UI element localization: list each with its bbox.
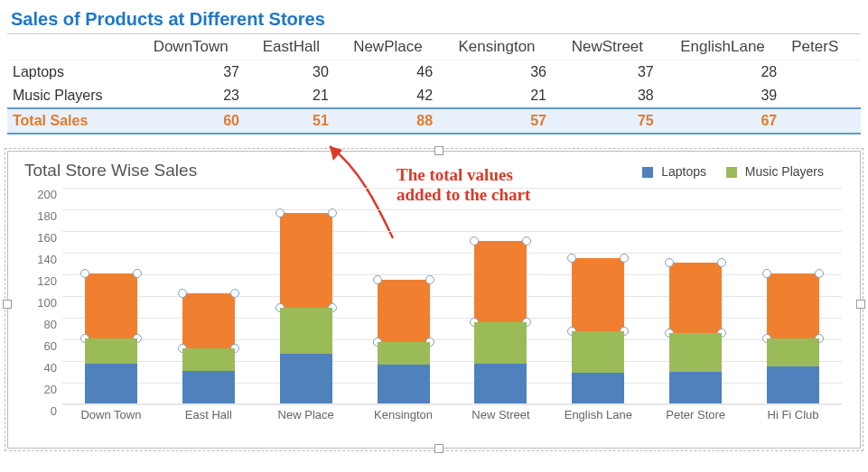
resize-handle-icon[interactable]	[3, 300, 12, 309]
cell[interactable]: 37	[135, 60, 247, 85]
chart-legend[interactable]: Laptops Music Players	[626, 164, 824, 179]
y-tick-label: 60	[44, 339, 57, 353]
resize-handle-icon[interactable]	[434, 444, 443, 453]
cell[interactable]: 21	[440, 84, 554, 108]
y-tick-label: 40	[44, 361, 57, 375]
cell[interactable]: 37	[554, 60, 661, 85]
selection-handle-icon[interactable]	[470, 236, 479, 245]
plot-area[interactable]: 020406080100120140160180200	[62, 188, 842, 404]
y-tick-label: 160	[37, 231, 57, 245]
bar-segment-total[interactable]	[378, 280, 430, 341]
bar-segment-laptops[interactable]	[669, 372, 722, 403]
selection-handle-icon[interactable]	[178, 289, 187, 298]
cell[interactable]: 67	[661, 108, 785, 134]
col-downtown: DownTown	[135, 34, 247, 60]
cell[interactable]	[784, 60, 861, 85]
x-tick-label: New Place	[263, 408, 349, 421]
bar-column[interactable]	[165, 188, 251, 403]
y-tick-label: 0	[51, 404, 57, 418]
cell[interactable]: 36	[440, 60, 554, 85]
cell[interactable]: 75	[554, 108, 661, 134]
col-blank	[7, 34, 135, 60]
cell[interactable]: 57	[440, 108, 554, 134]
cell[interactable]: 38	[554, 84, 661, 108]
bar-column[interactable]	[360, 188, 446, 403]
bar-segment-total[interactable]	[85, 273, 137, 338]
selection-handle-icon[interactable]	[522, 236, 531, 245]
selection-handle-icon[interactable]	[275, 208, 285, 217]
bar-segment-music[interactable]	[767, 338, 819, 366]
selection-handle-icon[interactable]	[373, 275, 382, 284]
y-tick-label: 120	[37, 274, 57, 288]
selection-handle-icon[interactable]	[620, 254, 629, 263]
selection-handle-icon[interactable]	[762, 269, 771, 278]
bar-segment-music[interactable]	[85, 338, 137, 364]
selection-handle-icon[interactable]	[133, 269, 142, 278]
col-newstreet: NewStreet	[554, 34, 661, 60]
resize-handle-icon[interactable]	[434, 146, 443, 155]
bar-segment-laptops[interactable]	[474, 364, 527, 403]
col-easthall: EastHall	[247, 34, 336, 60]
bar-segment-total[interactable]	[280, 213, 332, 309]
bar-segment-music[interactable]	[572, 331, 624, 374]
cell[interactable]: 60	[135, 108, 247, 134]
bar-segment-total[interactable]	[182, 293, 235, 348]
cell[interactable]: 46	[336, 60, 440, 85]
bar-column[interactable]	[751, 188, 836, 403]
y-tick-label: 180	[37, 209, 57, 223]
y-tick-label: 140	[37, 253, 57, 266]
bar-column[interactable]	[263, 188, 349, 403]
cell[interactable]: 23	[135, 84, 247, 108]
cell[interactable]	[784, 84, 861, 108]
selection-handle-icon[interactable]	[815, 269, 824, 278]
table-row: Music Players 23 21 42 21 38 39	[7, 84, 861, 108]
x-tick-label: Kensington	[360, 408, 446, 421]
cell[interactable]: 51	[247, 108, 336, 134]
selection-handle-icon[interactable]	[717, 258, 726, 267]
selection-handle-icon[interactable]	[230, 289, 239, 298]
cell[interactable]: 21	[247, 84, 336, 108]
cell[interactable]: 39	[661, 84, 785, 108]
selection-handle-icon[interactable]	[665, 258, 674, 267]
totals-row[interactable]: Total Sales 60 51 88 57 75 67	[7, 108, 861, 134]
row-label-laptops: Laptops	[7, 60, 135, 85]
legend-swatch-music	[726, 167, 737, 178]
bar-segment-total[interactable]	[767, 273, 819, 338]
bar-segment-laptops[interactable]	[280, 354, 332, 403]
row-label-music: Music Players	[7, 84, 135, 108]
bar-segment-music[interactable]	[474, 322, 527, 364]
bar-segment-laptops[interactable]	[572, 373, 624, 403]
cell[interactable]: 88	[336, 108, 440, 134]
selection-handle-icon[interactable]	[328, 208, 337, 217]
selection-handle-icon[interactable]	[425, 275, 434, 284]
bar-segment-laptops[interactable]	[182, 371, 235, 403]
col-peters: PeterS	[784, 34, 861, 60]
chart-object[interactable]: Total Store Wise Sales Laptops Music Pla…	[7, 151, 861, 449]
x-tick-label: Hi Fi Club	[751, 408, 836, 421]
bar-segment-laptops[interactable]	[378, 365, 430, 403]
bar-segment-music[interactable]	[280, 308, 332, 353]
bar-segment-total[interactable]	[474, 241, 527, 322]
bar-column[interactable]	[653, 188, 739, 403]
bar-segment-laptops[interactable]	[767, 366, 819, 403]
bar-segment-music[interactable]	[182, 348, 235, 371]
bar-segment-music[interactable]	[669, 333, 722, 372]
bar-segment-music[interactable]	[378, 342, 430, 365]
cell[interactable]: 28	[661, 60, 785, 85]
cell[interactable]	[784, 108, 861, 134]
bar-segment-total[interactable]	[669, 263, 722, 333]
sales-table: DownTown EastHall NewPlace Kensington Ne…	[7, 33, 861, 134]
selection-handle-icon[interactable]	[567, 254, 576, 263]
bar-segment-total[interactable]	[572, 258, 624, 330]
bar-segment-laptops[interactable]	[85, 364, 137, 403]
selection-handle-icon[interactable]	[80, 269, 89, 278]
bar-column[interactable]	[555, 188, 641, 403]
legend-label-music: Music Players	[745, 164, 824, 179]
bar-column[interactable]	[458, 188, 544, 403]
col-kensington: Kensington	[440, 34, 554, 60]
resize-handle-icon[interactable]	[856, 300, 865, 309]
cell[interactable]: 42	[336, 84, 440, 108]
bar-column[interactable]	[68, 188, 154, 403]
cell[interactable]: 30	[247, 60, 336, 85]
table-header-row: DownTown EastHall NewPlace Kensington Ne…	[7, 34, 861, 60]
